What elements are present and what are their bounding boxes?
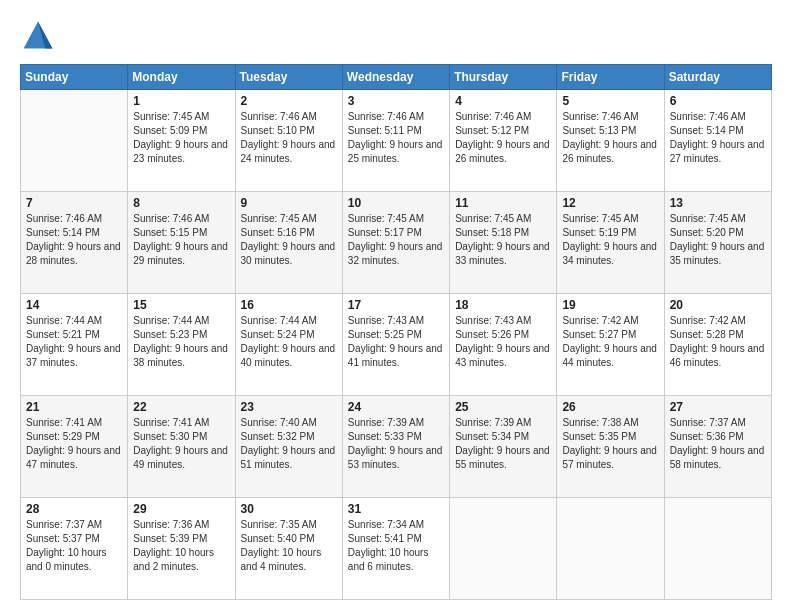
calendar-day: 5Sunrise: 7:46 AMSunset: 5:13 PMDaylight… xyxy=(557,90,664,192)
calendar-day xyxy=(664,498,771,600)
day-number: 15 xyxy=(133,298,229,312)
calendar-week-5: 28Sunrise: 7:37 AMSunset: 5:37 PMDayligh… xyxy=(21,498,772,600)
day-number: 28 xyxy=(26,502,122,516)
day-info: Sunrise: 7:45 AMSunset: 5:16 PMDaylight:… xyxy=(241,212,337,268)
day-info: Sunrise: 7:46 AMSunset: 5:13 PMDaylight:… xyxy=(562,110,658,166)
day-number: 5 xyxy=(562,94,658,108)
calendar-day: 20Sunrise: 7:42 AMSunset: 5:28 PMDayligh… xyxy=(664,294,771,396)
calendar-day: 16Sunrise: 7:44 AMSunset: 5:24 PMDayligh… xyxy=(235,294,342,396)
day-info: Sunrise: 7:35 AMSunset: 5:40 PMDaylight:… xyxy=(241,518,337,574)
day-info: Sunrise: 7:34 AMSunset: 5:41 PMDaylight:… xyxy=(348,518,444,574)
day-number: 11 xyxy=(455,196,551,210)
header xyxy=(20,18,772,54)
calendar-day: 26Sunrise: 7:38 AMSunset: 5:35 PMDayligh… xyxy=(557,396,664,498)
day-number: 14 xyxy=(26,298,122,312)
calendar-day: 18Sunrise: 7:43 AMSunset: 5:26 PMDayligh… xyxy=(450,294,557,396)
calendar-header-tuesday: Tuesday xyxy=(235,65,342,90)
calendar-header-thursday: Thursday xyxy=(450,65,557,90)
calendar-day: 27Sunrise: 7:37 AMSunset: 5:36 PMDayligh… xyxy=(664,396,771,498)
day-info: Sunrise: 7:41 AMSunset: 5:30 PMDaylight:… xyxy=(133,416,229,472)
calendar-day: 23Sunrise: 7:40 AMSunset: 5:32 PMDayligh… xyxy=(235,396,342,498)
calendar-day xyxy=(450,498,557,600)
day-info: Sunrise: 7:45 AMSunset: 5:18 PMDaylight:… xyxy=(455,212,551,268)
calendar-header-row: SundayMondayTuesdayWednesdayThursdayFrid… xyxy=(21,65,772,90)
day-info: Sunrise: 7:43 AMSunset: 5:25 PMDaylight:… xyxy=(348,314,444,370)
day-info: Sunrise: 7:46 AMSunset: 5:11 PMDaylight:… xyxy=(348,110,444,166)
day-number: 7 xyxy=(26,196,122,210)
day-info: Sunrise: 7:45 AMSunset: 5:17 PMDaylight:… xyxy=(348,212,444,268)
day-info: Sunrise: 7:40 AMSunset: 5:32 PMDaylight:… xyxy=(241,416,337,472)
day-number: 22 xyxy=(133,400,229,414)
day-number: 23 xyxy=(241,400,337,414)
day-info: Sunrise: 7:45 AMSunset: 5:19 PMDaylight:… xyxy=(562,212,658,268)
calendar-day: 28Sunrise: 7:37 AMSunset: 5:37 PMDayligh… xyxy=(21,498,128,600)
calendar-day: 6Sunrise: 7:46 AMSunset: 5:14 PMDaylight… xyxy=(664,90,771,192)
day-info: Sunrise: 7:38 AMSunset: 5:35 PMDaylight:… xyxy=(562,416,658,472)
day-info: Sunrise: 7:44 AMSunset: 5:24 PMDaylight:… xyxy=(241,314,337,370)
day-info: Sunrise: 7:46 AMSunset: 5:10 PMDaylight:… xyxy=(241,110,337,166)
calendar-day: 30Sunrise: 7:35 AMSunset: 5:40 PMDayligh… xyxy=(235,498,342,600)
calendar-day xyxy=(21,90,128,192)
calendar-header-monday: Monday xyxy=(128,65,235,90)
calendar-header-wednesday: Wednesday xyxy=(342,65,449,90)
day-number: 9 xyxy=(241,196,337,210)
calendar-day: 13Sunrise: 7:45 AMSunset: 5:20 PMDayligh… xyxy=(664,192,771,294)
day-number: 19 xyxy=(562,298,658,312)
day-number: 20 xyxy=(670,298,766,312)
calendar-day: 3Sunrise: 7:46 AMSunset: 5:11 PMDaylight… xyxy=(342,90,449,192)
calendar-week-3: 14Sunrise: 7:44 AMSunset: 5:21 PMDayligh… xyxy=(21,294,772,396)
day-info: Sunrise: 7:45 AMSunset: 5:09 PMDaylight:… xyxy=(133,110,229,166)
calendar-day: 25Sunrise: 7:39 AMSunset: 5:34 PMDayligh… xyxy=(450,396,557,498)
calendar-day: 24Sunrise: 7:39 AMSunset: 5:33 PMDayligh… xyxy=(342,396,449,498)
day-number: 26 xyxy=(562,400,658,414)
calendar-week-2: 7Sunrise: 7:46 AMSunset: 5:14 PMDaylight… xyxy=(21,192,772,294)
calendar-table: SundayMondayTuesdayWednesdayThursdayFrid… xyxy=(20,64,772,600)
calendar-day: 4Sunrise: 7:46 AMSunset: 5:12 PMDaylight… xyxy=(450,90,557,192)
calendar-day: 2Sunrise: 7:46 AMSunset: 5:10 PMDaylight… xyxy=(235,90,342,192)
calendar-day: 29Sunrise: 7:36 AMSunset: 5:39 PMDayligh… xyxy=(128,498,235,600)
day-info: Sunrise: 7:36 AMSunset: 5:39 PMDaylight:… xyxy=(133,518,229,574)
calendar-day: 21Sunrise: 7:41 AMSunset: 5:29 PMDayligh… xyxy=(21,396,128,498)
day-number: 31 xyxy=(348,502,444,516)
day-info: Sunrise: 7:39 AMSunset: 5:33 PMDaylight:… xyxy=(348,416,444,472)
calendar-day: 7Sunrise: 7:46 AMSunset: 5:14 PMDaylight… xyxy=(21,192,128,294)
calendar-day: 1Sunrise: 7:45 AMSunset: 5:09 PMDaylight… xyxy=(128,90,235,192)
day-number: 6 xyxy=(670,94,766,108)
day-number: 2 xyxy=(241,94,337,108)
day-info: Sunrise: 7:37 AMSunset: 5:36 PMDaylight:… xyxy=(670,416,766,472)
calendar-day: 22Sunrise: 7:41 AMSunset: 5:30 PMDayligh… xyxy=(128,396,235,498)
calendar-header-friday: Friday xyxy=(557,65,664,90)
day-number: 10 xyxy=(348,196,444,210)
day-number: 4 xyxy=(455,94,551,108)
calendar-week-1: 1Sunrise: 7:45 AMSunset: 5:09 PMDaylight… xyxy=(21,90,772,192)
day-number: 27 xyxy=(670,400,766,414)
day-number: 16 xyxy=(241,298,337,312)
day-info: Sunrise: 7:46 AMSunset: 5:14 PMDaylight:… xyxy=(670,110,766,166)
day-info: Sunrise: 7:46 AMSunset: 5:14 PMDaylight:… xyxy=(26,212,122,268)
page: SundayMondayTuesdayWednesdayThursdayFrid… xyxy=(0,0,792,612)
calendar-header-saturday: Saturday xyxy=(664,65,771,90)
calendar-header-sunday: Sunday xyxy=(21,65,128,90)
calendar-week-4: 21Sunrise: 7:41 AMSunset: 5:29 PMDayligh… xyxy=(21,396,772,498)
calendar-day: 31Sunrise: 7:34 AMSunset: 5:41 PMDayligh… xyxy=(342,498,449,600)
day-info: Sunrise: 7:45 AMSunset: 5:20 PMDaylight:… xyxy=(670,212,766,268)
day-number: 21 xyxy=(26,400,122,414)
day-number: 3 xyxy=(348,94,444,108)
day-number: 30 xyxy=(241,502,337,516)
day-number: 25 xyxy=(455,400,551,414)
day-number: 18 xyxy=(455,298,551,312)
day-info: Sunrise: 7:39 AMSunset: 5:34 PMDaylight:… xyxy=(455,416,551,472)
calendar-day: 14Sunrise: 7:44 AMSunset: 5:21 PMDayligh… xyxy=(21,294,128,396)
calendar-day: 17Sunrise: 7:43 AMSunset: 5:25 PMDayligh… xyxy=(342,294,449,396)
day-number: 1 xyxy=(133,94,229,108)
day-info: Sunrise: 7:44 AMSunset: 5:21 PMDaylight:… xyxy=(26,314,122,370)
calendar-day xyxy=(557,498,664,600)
logo-icon xyxy=(20,18,56,54)
day-number: 13 xyxy=(670,196,766,210)
day-info: Sunrise: 7:37 AMSunset: 5:37 PMDaylight:… xyxy=(26,518,122,574)
calendar-day: 19Sunrise: 7:42 AMSunset: 5:27 PMDayligh… xyxy=(557,294,664,396)
day-number: 8 xyxy=(133,196,229,210)
day-info: Sunrise: 7:46 AMSunset: 5:15 PMDaylight:… xyxy=(133,212,229,268)
calendar-day: 10Sunrise: 7:45 AMSunset: 5:17 PMDayligh… xyxy=(342,192,449,294)
day-number: 17 xyxy=(348,298,444,312)
